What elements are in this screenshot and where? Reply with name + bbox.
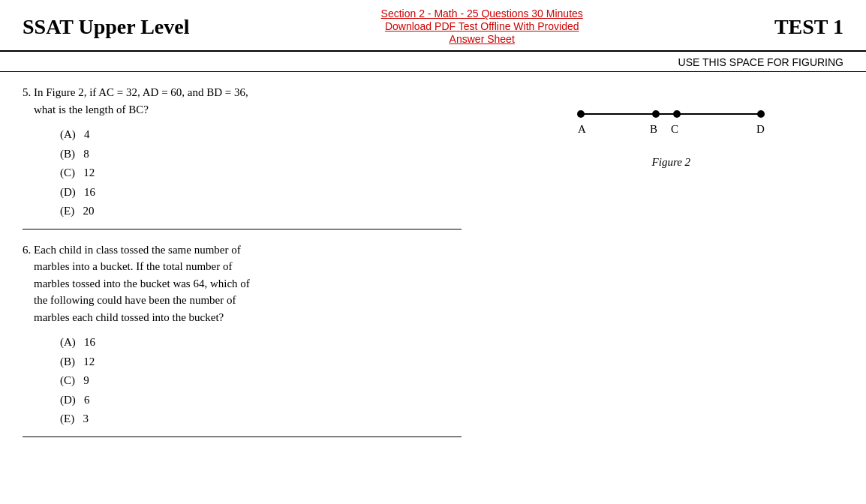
label-B: B	[650, 123, 657, 135]
page-title: SSAT Upper Level	[23, 15, 189, 39]
label-D: D	[756, 123, 765, 135]
section-line1: Section 2 - Math - 25 Questions 30 Minut…	[381, 8, 583, 20]
list-item: (B) 8	[60, 145, 462, 164]
question-5-line2: what is the length of BC?	[34, 104, 149, 116]
option-value: 9	[83, 374, 89, 386]
option-value: 16	[84, 186, 95, 198]
list-item: (C) 12	[60, 164, 462, 183]
label-A: A	[578, 123, 586, 135]
list-item: (E) 20	[60, 202, 462, 221]
option-value: 16	[84, 336, 95, 348]
question-5-line1: In Figure 2, if AC = 32, AD = 60, and BD…	[34, 86, 248, 98]
option-letter: (D)	[60, 394, 84, 406]
question-6-line2: marbles into a bucket. If the total numb…	[34, 260, 233, 272]
option-value: 3	[83, 412, 89, 424]
test-label: TEST 1	[774, 15, 843, 39]
question-6-line1: Each child in class tossed the same numb…	[34, 244, 241, 256]
option-letter: (C)	[60, 166, 83, 178]
option-letter: (A)	[60, 336, 84, 348]
point-D	[757, 110, 765, 118]
option-letter: (E)	[60, 412, 83, 424]
option-letter: (C)	[60, 374, 83, 386]
figure2-caption: Figure 2	[652, 156, 691, 169]
section-info-link[interactable]: Section 2 - Math - 25 Questions 30 Minut…	[381, 8, 583, 45]
option-value: 12	[83, 166, 95, 178]
section-line3: Answer Sheet	[450, 33, 515, 45]
list-item: (A) 4	[60, 125, 462, 145]
list-item: (E) 3	[60, 410, 462, 429]
point-A	[577, 110, 585, 118]
question-6-line5: marbles each child tossed into the bucke…	[34, 311, 224, 323]
list-item: (D) 16	[60, 183, 462, 202]
option-value: 6	[84, 394, 90, 406]
question-6-number: 6.	[23, 244, 34, 256]
option-value: 12	[83, 356, 95, 368]
option-value: 8	[83, 148, 89, 160]
point-C	[673, 110, 681, 118]
label-C: C	[671, 123, 678, 135]
question-6-line4: the following could have been the number…	[34, 294, 236, 306]
question-6-text: 6. Each child in class tossed the same n…	[23, 242, 462, 326]
option-letter: (D)	[60, 186, 84, 198]
option-value: 4	[84, 128, 90, 140]
point-B	[652, 110, 660, 118]
list-item: (B) 12	[60, 352, 462, 372]
question-5-number: 5.	[23, 86, 34, 98]
use-space-label: USE THIS SPACE FOR FIGURING	[0, 52, 866, 72]
figure2-area: A B C D Figure 2	[558, 84, 783, 169]
page-header: SSAT Upper Level Section 2 - Math - 25 Q…	[0, 0, 866, 52]
questions-area: 5. In Figure 2, if AC = 32, AD = 60, and…	[0, 72, 477, 449]
figure2-svg: A B C D	[558, 99, 783, 144]
figuring-area: A B C D Figure 2	[477, 72, 866, 449]
list-item: (A) 16	[60, 333, 462, 352]
option-letter: (B)	[60, 148, 83, 160]
question-5-options: (A) 4 (B) 8 (C) 12 (D) 16 (E) 20	[23, 125, 462, 221]
option-letter: (A)	[60, 128, 84, 140]
main-content: 5. In Figure 2, if AC = 32, AD = 60, and…	[0, 72, 866, 449]
option-letter: (B)	[60, 356, 83, 368]
list-item: (D) 6	[60, 391, 462, 410]
header-center-info: Section 2 - Math - 25 Questions 30 Minut…	[189, 8, 774, 46]
option-letter: (E)	[60, 205, 83, 217]
question-6-options: (A) 16 (B) 12 (C) 9 (D) 6 (E) 3	[23, 333, 462, 429]
question-5-text: 5. In Figure 2, if AC = 32, AD = 60, and…	[23, 84, 462, 118]
list-item: (C) 9	[60, 371, 462, 391]
option-value: 20	[83, 205, 94, 217]
section-line2: Download PDF Test Offline With Provided	[385, 20, 579, 32]
question-6-block: 6. Each child in class tossed the same n…	[23, 230, 462, 437]
question-5-block: 5. In Figure 2, if AC = 32, AD = 60, and…	[23, 84, 462, 230]
question-6-line3: marbles tossed into the bucket was 64, w…	[34, 278, 250, 290]
